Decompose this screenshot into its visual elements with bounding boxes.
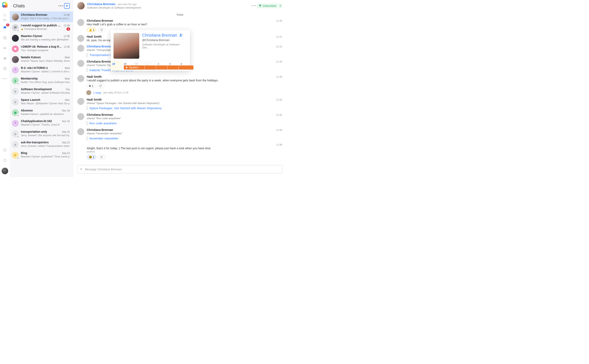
- chat-row[interactable]: ❝ChatApplication.kt:162Nov 15Maarten Cly…: [10, 118, 73, 128]
- message-avatar[interactable]: [77, 113, 84, 120]
- attach-icon[interactable]: +: [80, 167, 82, 172]
- thread-summary[interactable]: 1 replylast reply 28 Nov 12:39: [86, 90, 282, 95]
- chat-row[interactable]: I would suggest to publish a p…12:39🔒Chr…: [10, 22, 73, 33]
- header-avatar[interactable]: [77, 2, 85, 9]
- chat-avatar: ❝: [12, 67, 19, 74]
- packages-icon[interactable]: [2, 66, 8, 71]
- message-author[interactable]: Christiana Brennan: [87, 45, 113, 48]
- message: Christiana Brennan12:42shared "Run code …: [77, 113, 282, 125]
- header-name[interactable]: Christiana Brennan: [87, 2, 115, 6]
- lock-icon: [16, 114, 19, 117]
- chat-preview: Max Meyer: @Maarten Clymer Hey! Do yo…: [21, 102, 70, 105]
- help-icon[interactable]: [2, 157, 8, 163]
- message-author[interactable]: Christiana Brennan: [87, 60, 113, 63]
- chat-row[interactable]: i-DMOP-16: Release a bug fix …11:56You: …: [10, 43, 73, 54]
- chat-time: Tue: [66, 88, 70, 91]
- more-icon[interactable]: •••: [2, 76, 8, 82]
- calendar-day[interactable]: 30: [133, 61, 145, 71]
- message-list[interactable]: Christiana Brennan @Christiana.Brennan S…: [73, 19, 286, 163]
- message-author[interactable]: Christiana Brennan: [87, 19, 113, 22]
- calendar-day[interactable]: 4: [179, 61, 190, 71]
- create-icon[interactable]: [2, 147, 8, 153]
- message-author[interactable]: Hadi Smith: [87, 98, 102, 101]
- calendar-day[interactable]: 1: [145, 61, 156, 71]
- calendar-day[interactable]: 28: [111, 61, 122, 71]
- message-author[interactable]: Christiana Brennan: [87, 113, 113, 116]
- message-avatar[interactable]: [77, 35, 84, 42]
- reaction-chip[interactable]: 🤓1: [87, 155, 96, 159]
- chat-avatar: ❝: [12, 120, 19, 127]
- chat-row[interactable]: BlogSep 23Maarten Clymer: published "Tim…: [10, 150, 73, 160]
- new-chat-button[interactable]: +: [64, 3, 70, 9]
- message-avatar[interactable]: [77, 98, 84, 105]
- message-avatar[interactable]: [77, 19, 84, 26]
- chat-name: i-DMOP-16: Release a bug fix …: [21, 45, 62, 48]
- search-icon[interactable]: [2, 12, 8, 18]
- chat-row[interactable]: MembershipWedMuffin The Office Dog: join…: [10, 75, 73, 86]
- lock-icon: [16, 82, 19, 85]
- subscribe-caret[interactable]: ▾: [278, 4, 282, 8]
- message: Hadi Smith12:42shared "Space Packages. G…: [77, 98, 282, 110]
- profile-photo[interactable]: [114, 33, 139, 59]
- subscribe-button[interactable]: Subscribed: [257, 3, 278, 8]
- chats-icon[interactable]: 1: [2, 25, 8, 31]
- chat-row[interactable]: #ask-the-transportersSep 23Jerry Jewwet:…: [10, 139, 73, 150]
- message-author[interactable]: Hadi Smith: [87, 35, 102, 38]
- chat-menu-button[interactable]: •••: [251, 3, 257, 9]
- chat-preview: Maarten Clymer: Thanks, fixed it!: [21, 123, 70, 126]
- reaction-chip[interactable]: ✚1: [87, 84, 95, 88]
- shared-link[interactable]: Space Packages. Get Started with Maven R…: [87, 106, 282, 110]
- add-reaction-icon[interactable]: [98, 28, 105, 32]
- day-separator: Today: [73, 11, 286, 19]
- chat-row[interactable]: ❝R-2: mb-i-KTORIO-1WedMaarten Clymer: ad…: [10, 65, 73, 75]
- calendar-day[interactable]: 3: [168, 61, 179, 71]
- chat-preview: Jerry Jewwet: added Transportation team…: [21, 144, 70, 147]
- chat-list[interactable]: Christiana Brennan12:48Alright, that's i…: [10, 12, 73, 177]
- chat-avatar: #: [12, 141, 19, 148]
- projects-icon[interactable]: [2, 55, 8, 61]
- message-avatar[interactable]: [77, 75, 84, 82]
- chat-row[interactable]: #Software DevelopmentTueMaarten Clymer: …: [10, 86, 73, 97]
- add-reaction-icon[interactable]: [97, 84, 104, 88]
- chat-avatar: [12, 109, 19, 116]
- chat-row[interactable]: #transportation-onlySep 23Jerry Jewwet: …: [10, 128, 73, 139]
- message-input[interactable]: + Message Christiana Brennan: [77, 165, 282, 173]
- calendar-day[interactable]: 2: [156, 61, 168, 71]
- chat-name: ask-the-transporters: [21, 141, 60, 144]
- chat-list-menu-button[interactable]: •••: [58, 3, 64, 9]
- apps-icon[interactable]: [2, 35, 8, 41]
- add-reaction-icon[interactable]: [98, 155, 105, 159]
- message-avatar[interactable]: [77, 45, 84, 52]
- profile-name[interactable]: Christiana Brennan: [142, 33, 177, 38]
- chat-row[interactable]: #Space LaunchMonMax Meyer: @Maarten Clym…: [10, 97, 73, 107]
- chat-row[interactable]: Natalie KatsonWedshared "Space Sync Stat…: [10, 54, 73, 65]
- message-time: 12:32: [276, 45, 282, 48]
- chat-name: R-2: mb-i-KTORIO-1: [21, 66, 63, 70]
- svg-point-10: [15, 80, 16, 81]
- calendar-day[interactable]: 29Vacation: [122, 61, 134, 71]
- svg-rect-13: [17, 115, 18, 116]
- message-author[interactable]: Christiana Brennan: [87, 128, 113, 131]
- chat-row[interactable]: Christiana Brennan12:48Alright, that's i…: [10, 12, 73, 22]
- message: Hadi Smith12:39I would suggest to publis…: [77, 75, 282, 95]
- message-time: 12:31: [276, 35, 282, 38]
- message-avatar[interactable]: [77, 60, 84, 67]
- message-subtext: shared "Run code anywhere": [87, 117, 282, 120]
- announcements-icon[interactable]: [2, 45, 8, 51]
- shared-link[interactable]: November newsletter: [87, 136, 282, 141]
- svg-point-20: [102, 29, 102, 30]
- message-author[interactable]: Hadi Smith: [87, 75, 102, 78]
- chat-name: Natalie Katson: [21, 56, 63, 59]
- add-contact-icon[interactable]: [179, 33, 183, 38]
- chat-row[interactable]: AbsenceNov 19Natalie Katson: updated an …: [10, 107, 73, 118]
- message-avatar[interactable]: [77, 128, 84, 135]
- chat-time: 11:58: [64, 35, 70, 38]
- me-avatar[interactable]: [2, 168, 8, 174]
- app-logo-icon[interactable]: [2, 2, 8, 8]
- chat-row[interactable]: Maarten Clymer11:58We are having a meeti…: [10, 33, 73, 43]
- reaction-chip[interactable]: 👍1: [87, 28, 96, 32]
- message-time: 12:42: [276, 98, 282, 101]
- thread-replies[interactable]: 1 reply: [93, 91, 101, 94]
- shared-link[interactable]: Run code anywhere: [87, 121, 282, 125]
- chat-name: Software Development: [21, 88, 64, 91]
